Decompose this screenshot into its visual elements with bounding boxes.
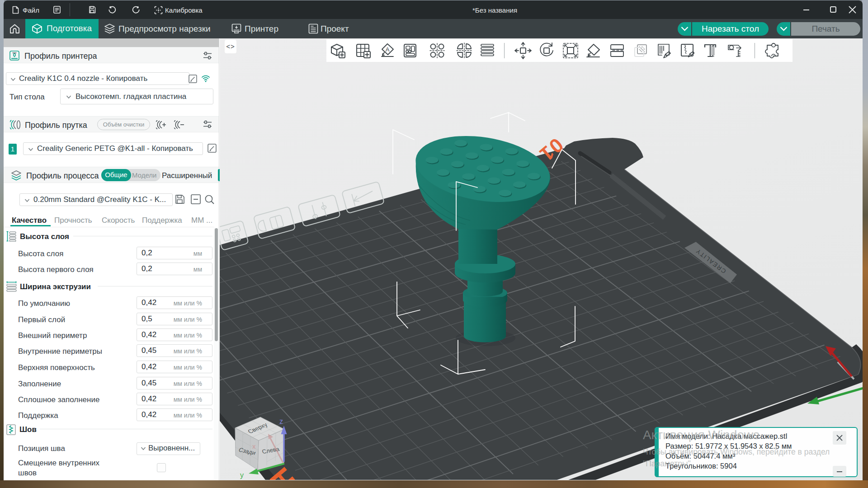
svg-text:A: A [386, 46, 390, 53]
svg-text:y: y [240, 471, 244, 479]
svg-text:z: z [279, 418, 283, 425]
svg-text:x: x [252, 442, 256, 450]
